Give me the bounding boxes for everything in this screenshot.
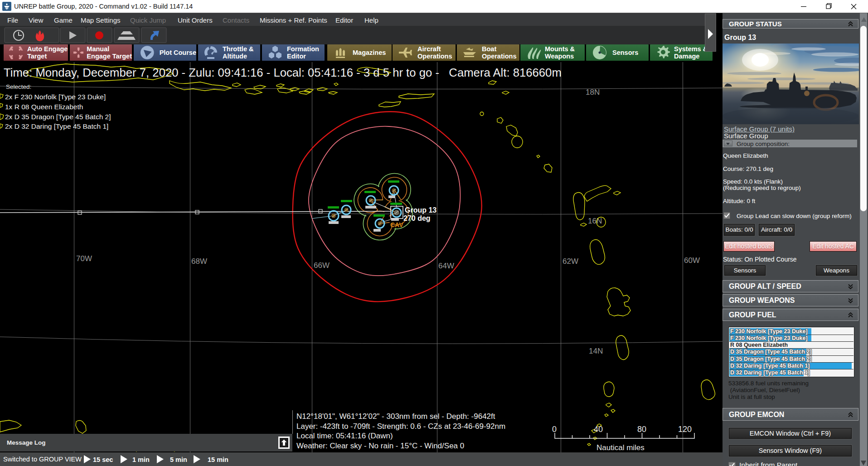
svg-text:14N: 14N (589, 347, 603, 355)
svg-text:40: 40 (594, 425, 603, 434)
svg-text:Group 13: Group 13 (405, 206, 436, 214)
svg-text:16N: 16N (588, 217, 602, 225)
svg-text:Nautical miles: Nautical miles (596, 443, 645, 452)
svg-text:0: 0 (552, 425, 557, 434)
svg-text:270 deg: 270 deg (403, 214, 431, 222)
svg-text:66W: 66W (314, 261, 330, 270)
svg-text:68W: 68W (191, 257, 207, 266)
svg-text:120: 120 (678, 425, 692, 434)
svg-text:64W: 64W (438, 262, 454, 270)
svg-text:18N: 18N (586, 88, 600, 97)
svg-text:60W: 60W (684, 256, 700, 265)
svg-text:62W: 62W (563, 257, 578, 266)
svg-text:80: 80 (637, 425, 646, 434)
svg-text:CAV: CAV (390, 221, 403, 228)
svg-text:70W: 70W (76, 254, 92, 263)
